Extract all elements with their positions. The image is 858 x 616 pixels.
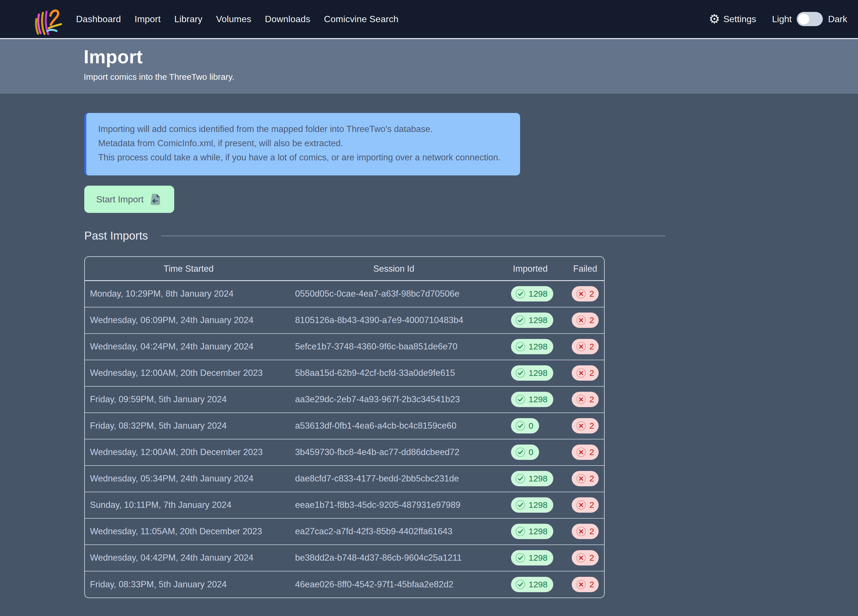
table-row[interactable]: Wednesday, 06:09PM, 24th January 2024 81… (85, 307, 605, 334)
imported-count-badge: 1298 (511, 366, 553, 381)
page-header: Import Import comics into the ThreeTwo l… (0, 39, 858, 94)
imported-count: 0 (528, 447, 533, 457)
failed-count-badge: 2 (572, 418, 598, 434)
alert-line: Metadata from ComicInfo.xml, if present,… (98, 136, 508, 151)
cell-time-started: Wednesday, 11:05AM, 20th December 2023 (85, 518, 292, 545)
cell-time-started: Wednesday, 05:34PM, 24th January 2024 (85, 465, 292, 492)
file-import-icon (149, 193, 162, 206)
main-content: Importing will add comics identified fro… (0, 113, 858, 610)
table-row[interactable]: Wednesday, 04:42PM, 24th January 2024 be… (85, 545, 605, 571)
cell-imported: 1298 (496, 465, 565, 492)
imported-count-badge: 1298 (511, 471, 553, 486)
table-row[interactable]: Friday, 08:33PM, 5th January 2024 46eae0… (85, 571, 605, 597)
col-header-failed: Failed (565, 257, 605, 281)
cell-session-id: be38dd2a-b748-4d37-86cb-9604c25a1211 (292, 545, 496, 571)
nav-item-import[interactable]: Import (135, 14, 160, 25)
imported-count-badge: 1298 (511, 550, 553, 565)
cell-failed: 2 (565, 413, 605, 439)
import-info-alert: Importing will add comics identified fro… (84, 113, 520, 176)
alert-line: Importing will add comics identified fro… (98, 122, 508, 136)
x-circle-icon (576, 526, 586, 537)
cell-session-id: 5b8aa15d-62b9-42cf-bcfd-33a0de9fe615 (292, 360, 496, 386)
cell-time-started: Wednesday, 06:09PM, 24th January 2024 (85, 307, 292, 334)
cell-imported: 1298 (496, 518, 565, 545)
imported-count: 1298 (528, 580, 548, 589)
nav-item-dashboard[interactable]: Dashboard (76, 14, 121, 25)
imported-count-badge: 1298 (511, 286, 553, 302)
table-row[interactable]: Wednesday, 05:34PM, 24th January 2024 da… (85, 465, 605, 492)
check-circle-icon (515, 288, 526, 299)
cell-session-id: eeae1b71-f8b3-45dc-9205-487931e97989 (292, 492, 496, 518)
page-title: Import (84, 46, 858, 68)
cell-imported: 1298 (496, 386, 565, 413)
cell-time-started: Wednesday, 12:00AM, 20th December 2023 (85, 360, 292, 386)
cell-failed: 2 (565, 386, 605, 413)
failed-count: 2 (589, 500, 594, 510)
failed-count: 2 (589, 421, 594, 431)
table-row[interactable]: Friday, 08:32PM, 5th January 2024 a53613… (85, 413, 605, 439)
imported-count: 1298 (528, 527, 548, 536)
failed-count-badge: 2 (572, 286, 598, 302)
imported-count-badge: 1298 (511, 577, 553, 592)
imported-count: 1298 (528, 500, 548, 510)
imported-count: 1298 (528, 368, 548, 378)
failed-count-badge: 2 (572, 339, 598, 354)
check-circle-icon (515, 579, 526, 590)
start-import-label: Start Import (96, 194, 144, 205)
nav-right-group: ⚙ Settings Light Dark (709, 12, 847, 26)
past-imports-table-container: Time Started Session Id Imported Failed … (84, 256, 605, 598)
table-body: Monday, 10:29PM, 8th January 2024 0550d0… (85, 281, 605, 597)
imported-count-badge: 1298 (511, 339, 553, 354)
theme-toggle-switch[interactable] (797, 12, 823, 26)
cell-imported: 1298 (496, 307, 565, 334)
imported-count-badge: 0 (511, 418, 539, 434)
failed-count: 2 (589, 395, 594, 404)
cell-imported: 1298 (496, 492, 565, 518)
table-row[interactable]: Friday, 09:59PM, 5th January 2024 aa3e29… (85, 386, 605, 413)
imported-count: 1298 (528, 342, 548, 352)
check-circle-icon (515, 394, 526, 405)
top-navbar: Dashboard Import Library Volumes Downloa… (0, 0, 858, 38)
x-circle-icon (576, 499, 586, 510)
cell-time-started: Wednesday, 04:24PM, 24th January 2024 (85, 334, 292, 360)
failed-count: 2 (589, 447, 594, 457)
heading-rule (161, 236, 665, 236)
cell-failed: 2 (565, 334, 605, 360)
x-circle-icon (576, 473, 586, 484)
check-circle-icon (515, 315, 526, 326)
toggle-knob (798, 14, 809, 25)
main-nav: Dashboard Import Library Volumes Downloa… (76, 14, 399, 25)
nav-item-downloads[interactable]: Downloads (265, 14, 310, 25)
table-row[interactable]: Sunday, 10:11PM, 7th January 2024 eeae1b… (85, 492, 605, 518)
imported-count-badge: 1298 (511, 524, 553, 539)
cell-session-id: a53613df-0fb1-4ea6-a4cb-bc4c8159ce60 (292, 413, 496, 439)
table-row[interactable]: Wednesday, 12:00AM, 20th December 2023 3… (85, 439, 605, 465)
imported-count: 1298 (528, 474, 548, 484)
cell-failed: 2 (565, 281, 605, 307)
table-row[interactable]: Wednesday, 11:05AM, 20th December 2023 e… (85, 518, 605, 545)
settings-button[interactable]: ⚙ Settings (709, 13, 756, 25)
table-row[interactable]: Wednesday, 04:24PM, 24th January 2024 5e… (85, 334, 605, 360)
cell-session-id: dae8cfd7-c833-4177-bedd-2bb5cbc231de (292, 465, 496, 492)
cell-session-id: ea27cac2-a7fd-42f3-85b9-4402ffa61643 (292, 518, 496, 545)
imported-count-badge: 1298 (511, 497, 553, 513)
threetwo-logo[interactable] (34, 5, 62, 33)
nav-item-volumes[interactable]: Volumes (216, 14, 251, 25)
nav-item-library[interactable]: Library (174, 14, 202, 25)
failed-count-badge: 2 (572, 392, 598, 407)
col-header-time-started: Time Started (85, 257, 292, 281)
imported-count: 1298 (528, 316, 548, 325)
cell-time-started: Sunday, 10:11PM, 7th January 2024 (85, 492, 292, 518)
theme-light-label: Light (772, 14, 791, 25)
cell-failed: 2 (565, 360, 605, 386)
start-import-button[interactable]: Start Import (84, 186, 174, 213)
table-row[interactable]: Monday, 10:29PM, 8th January 2024 0550d0… (85, 281, 605, 307)
nav-item-comicvine-search[interactable]: Comicvine Search (324, 14, 399, 25)
x-circle-icon (576, 288, 586, 299)
imported-count-badge: 0 (511, 445, 539, 460)
table-row[interactable]: Wednesday, 12:00AM, 20th December 2023 5… (85, 360, 605, 386)
check-circle-icon (515, 473, 526, 484)
failed-count: 2 (589, 316, 594, 325)
imported-count: 0 (528, 421, 533, 431)
check-circle-icon (515, 552, 526, 563)
